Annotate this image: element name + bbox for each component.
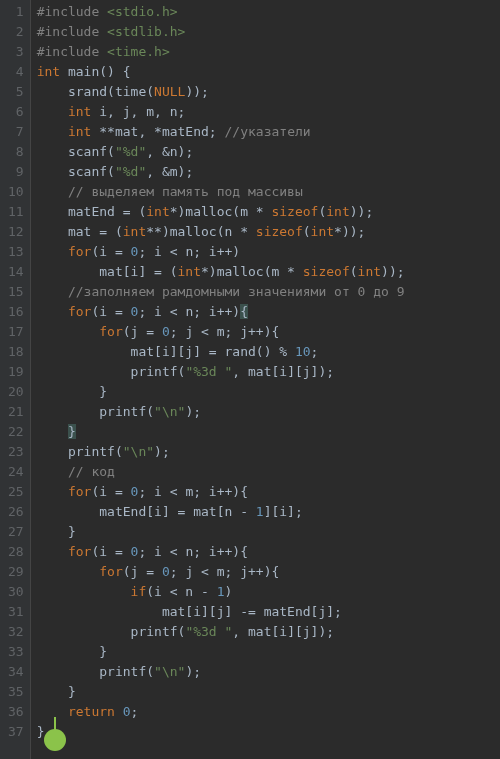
line-number: 20	[8, 382, 24, 402]
token-kw: int	[37, 64, 60, 79]
code-line[interactable]: }	[37, 522, 500, 542]
code-line[interactable]: int **mat, *matEnd; //указатели	[37, 122, 500, 142]
token-num: 0	[162, 324, 170, 339]
token-id: );	[154, 444, 170, 459]
code-area[interactable]: #include <stdio.h>#include <stdlib.h>#in…	[31, 0, 500, 759]
code-line[interactable]: }	[37, 422, 500, 442]
code-line[interactable]: scanf("%d", &n);	[37, 142, 500, 162]
line-number-gutter: 1234567891011121314151617181920212223242…	[0, 0, 31, 759]
code-line[interactable]: }	[37, 722, 500, 742]
token-brace-h: }	[68, 424, 76, 439]
token-id: }	[37, 384, 107, 399]
token-id: mat[i] = (	[37, 264, 178, 279]
code-line[interactable]: for(j = 0; j < m; j++){	[37, 562, 500, 582]
token-id: , &n);	[146, 144, 193, 159]
code-line[interactable]: for(i = 0; i < n; i++){	[37, 302, 500, 322]
code-line[interactable]: printf("\n");	[37, 402, 500, 422]
token-id: (i =	[91, 484, 130, 499]
code-line[interactable]: }	[37, 682, 500, 702]
code-line[interactable]: printf("\n");	[37, 442, 500, 462]
code-line[interactable]: mat[i][j] = rand() % 10;	[37, 342, 500, 362]
token-kw: for	[99, 324, 122, 339]
code-line[interactable]: srand(time(NULL));	[37, 82, 500, 102]
token-kw: for	[68, 244, 91, 259]
token-id	[37, 124, 68, 139]
code-line[interactable]: return 0;	[37, 702, 500, 722]
token-id: scanf(	[37, 144, 115, 159]
token-brace-h: {	[240, 304, 248, 319]
token-id	[37, 424, 68, 439]
code-line[interactable]: int main() {	[37, 62, 500, 82]
line-number: 36	[8, 702, 24, 722]
code-line[interactable]: #include <stdio.h>	[37, 2, 500, 22]
token-id: (j =	[123, 564, 162, 579]
line-number: 21	[8, 402, 24, 422]
token-id: printf(	[37, 404, 154, 419]
line-number: 7	[8, 122, 24, 142]
token-id: scanf(	[37, 164, 115, 179]
line-number: 8	[8, 142, 24, 162]
code-line[interactable]: int i, j, m, n;	[37, 102, 500, 122]
line-number: 26	[8, 502, 24, 522]
token-cmt: // код	[68, 464, 115, 479]
token-id: ));	[350, 204, 373, 219]
code-line[interactable]: }	[37, 642, 500, 662]
token-num: 1	[256, 504, 264, 519]
token-id: *));	[334, 224, 365, 239]
code-line[interactable]: for(j = 0; j < m; j++){	[37, 322, 500, 342]
code-line[interactable]: // выделяем память под массивы	[37, 182, 500, 202]
token-id: (i =	[91, 304, 130, 319]
code-line[interactable]: }	[37, 382, 500, 402]
code-line[interactable]: printf("\n");	[37, 662, 500, 682]
token-id: matEnd[i] = mat[n -	[37, 504, 256, 519]
token-kw: if	[131, 584, 147, 599]
token-kw: int	[146, 204, 169, 219]
line-number: 28	[8, 542, 24, 562]
code-line[interactable]: printf("%3d ", mat[i][j]);	[37, 362, 500, 382]
token-id: (	[350, 264, 358, 279]
token-id: }	[37, 684, 76, 699]
token-kw: int	[123, 224, 146, 239]
token-num: 10	[295, 344, 311, 359]
token-id	[37, 184, 68, 199]
code-line[interactable]: // код	[37, 462, 500, 482]
token-id: srand(time(	[37, 84, 154, 99]
line-number: 18	[8, 342, 24, 362]
token-str: "\n"	[154, 664, 185, 679]
token-id: (i =	[91, 244, 130, 259]
line-number: 27	[8, 522, 24, 542]
line-number: 19	[8, 362, 24, 382]
code-line[interactable]: printf("%3d ", mat[i][j]);	[37, 622, 500, 642]
code-line[interactable]: matEnd[i] = mat[n - 1][i];	[37, 502, 500, 522]
token-str: "\n"	[154, 404, 185, 419]
code-line[interactable]: scanf("%d", &m);	[37, 162, 500, 182]
token-id: , &m);	[146, 164, 193, 179]
token-id: matEnd = (	[37, 204, 147, 219]
code-line[interactable]: mat[i] = (int*)malloc(m * sizeof(int));	[37, 262, 500, 282]
token-id: (	[303, 224, 311, 239]
token-id: ; j < m; j++){	[170, 324, 280, 339]
token-id: ));	[381, 264, 404, 279]
code-line[interactable]: mat[i][j] -= matEnd[j];	[37, 602, 500, 622]
code-line[interactable]: for(i = 0; i < n; i++){	[37, 542, 500, 562]
token-str: "%3d "	[185, 624, 232, 639]
code-editor[interactable]: 1234567891011121314151617181920212223242…	[0, 0, 500, 759]
token-num: 1	[217, 584, 225, 599]
code-line[interactable]: #include <time.h>	[37, 42, 500, 62]
token-id	[37, 244, 68, 259]
code-line[interactable]: matEnd = (int*)malloc(m * sizeof(int));	[37, 202, 500, 222]
line-number: 12	[8, 222, 24, 242]
code-line[interactable]: for(i = 0; i < m; i++){	[37, 482, 500, 502]
code-line[interactable]: #include <stdlib.h>	[37, 22, 500, 42]
code-line[interactable]: if(i < n - 1)	[37, 582, 500, 602]
code-line[interactable]: //заполняем рамдомными значениями от 0 д…	[37, 282, 500, 302]
token-id: *)malloc(m *	[201, 264, 303, 279]
token-str: "%d"	[115, 144, 146, 159]
line-number: 14	[8, 262, 24, 282]
code-line[interactable]: mat = (int**)malloc(n * sizeof(int*));	[37, 222, 500, 242]
token-inc: <stdio.h>	[107, 4, 177, 19]
token-kw: NULL	[154, 84, 185, 99]
line-number: 23	[8, 442, 24, 462]
code-line[interactable]: for(i = 0; i < n; i++)	[37, 242, 500, 262]
line-number: 9	[8, 162, 24, 182]
